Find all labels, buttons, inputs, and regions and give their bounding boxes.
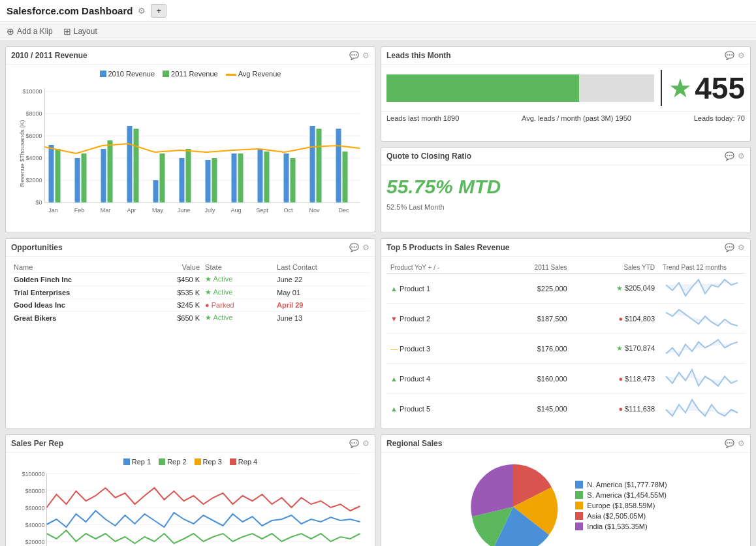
regional-title: Regional Sales (386, 439, 442, 448)
rep2-legend: Rep 2 (159, 458, 186, 466)
product-sales-ytd: ● $118,473 (571, 364, 659, 394)
svg-rect-23 (160, 153, 165, 202)
opp-widget-header: Opportunities 💬 ⚙ (6, 239, 375, 257)
top5-title: Top 5 Products in Sales Revenue (386, 243, 510, 252)
svg-rect-37 (343, 152, 348, 202)
col-name: Name (11, 262, 144, 273)
gear-icon[interactable]: ⚙ (738, 152, 745, 161)
svg-text:$2000: $2000 (25, 177, 42, 184)
quote-widget-body: 55.75% MTD 52.5% Last Month (381, 165, 750, 216)
legend-item: Asia ($2,505.05M) (575, 512, 667, 520)
svg-text:May: May (152, 207, 164, 214)
svg-rect-30 (258, 149, 263, 202)
regional-content: N. America ($1,777.78M)S. America ($1,45… (386, 458, 745, 546)
svg-text:$60000: $60000 (25, 505, 44, 511)
legend-2011: 2011 Revenue (163, 70, 218, 78)
app-title: Salesforce.com Dashboard (7, 5, 133, 16)
layout-button[interactable]: ⊞ Layout (63, 26, 97, 37)
svg-text:Revenue $Thousands (K): Revenue $Thousands (K) (19, 120, 25, 187)
sales-rep-title: Sales Per Rep (11, 439, 63, 448)
svg-text:$6000: $6000 (25, 133, 42, 139)
comment-icon[interactable]: 💬 (349, 51, 359, 60)
settings-icon[interactable]: ⚙ (138, 6, 146, 16)
product-name: ▼ Product 2 (386, 304, 494, 334)
leads-bar-area (386, 74, 654, 102)
svg-rect-14 (49, 145, 54, 202)
leads-widget-body: ★ 455 (381, 65, 750, 111)
comment-icon[interactable]: 💬 (725, 439, 734, 448)
gear-icon[interactable]: ⚙ (738, 243, 745, 252)
sales-per-rep-widget: Sales Per Rep 💬 ⚙ Rep 1 Rep 2 Rep 3 (5, 434, 375, 546)
product-sales-ytd: ★ $170,874 (571, 334, 659, 364)
plus-circle-icon: ⊕ (7, 26, 14, 37)
product-sales-ytd: ★ $205,049 (571, 274, 659, 304)
svg-text:$8000: $8000 (25, 110, 42, 117)
table-row: Golden Finch Inc $450 K ★ Active June 22 (11, 273, 370, 286)
opp-widget-body: Name Value State Last Contact Golden Fin… (6, 257, 375, 329)
comment-icon[interactable]: 💬 (349, 439, 359, 448)
comment-icon[interactable]: 💬 (725, 51, 734, 60)
app-header: Salesforce.com Dashboard ⚙ + (0, 0, 756, 22)
legend-color (575, 522, 583, 530)
svg-rect-21 (134, 129, 139, 202)
col-sales-ytd: Sales YTD (571, 262, 659, 274)
opp-value: $650 K (144, 312, 202, 325)
quote-title: Quote to Closing Ratio (386, 152, 471, 161)
legend-label: S. America ($1,454.55M) (587, 491, 667, 499)
gear-icon[interactable]: ⚙ (362, 439, 370, 448)
svg-text:$20000: $20000 (25, 539, 44, 545)
sales-rep-widget-icons: 💬 ⚙ (349, 439, 370, 448)
legend-label: Asia ($2,505.05M) (587, 512, 646, 520)
svg-rect-36 (336, 129, 341, 202)
product-sales-2011: $225,000 (494, 274, 571, 304)
revenue-title: 2010 / 2011 Revenue (11, 51, 87, 60)
table-row: Good Ideas Inc $245 K ● Parked April 29 (11, 299, 370, 312)
gear-icon[interactable]: ⚙ (362, 243, 370, 252)
rep-legend: Rep 1 Rep 2 Rep 3 Rep 4 (11, 458, 370, 466)
gear-icon[interactable]: ⚙ (738, 439, 745, 448)
table-row: ▲ Product 5 $145,000 ● $111,638 (386, 394, 745, 424)
svg-text:$80000: $80000 (25, 488, 44, 494)
quote-widget: Quote to Closing Ratio 💬 ⚙ 55.75% MTD 52… (381, 147, 751, 233)
leads-count-area: ★ 455 (669, 71, 745, 106)
product-trend (659, 334, 745, 364)
opportunities-table: Name Value State Last Contact Golden Fin… (11, 262, 370, 324)
add-tab-button[interactable]: + (151, 4, 166, 18)
dashboard: 2010 / 2011 Revenue 💬 ⚙ 2010 Revenue 201… (0, 41, 756, 546)
svg-text:Feb: Feb (74, 207, 85, 214)
add-klip-button[interactable]: ⊕ Add a Klip (7, 26, 53, 37)
svg-rect-29 (238, 153, 244, 202)
gear-icon[interactable]: ⚙ (738, 51, 745, 60)
product-name: ▲ Product 4 (386, 364, 494, 394)
comment-icon[interactable]: 💬 (725, 243, 734, 252)
svg-rect-34 (310, 126, 315, 202)
comment-icon[interactable]: 💬 (725, 152, 734, 161)
legend-label: India ($1,535.35M) (587, 522, 647, 530)
leads-divider (661, 70, 662, 106)
grid-icon: ⊞ (63, 26, 71, 37)
sales-rep-widget-header: Sales Per Rep 💬 ⚙ (6, 435, 375, 453)
table-row: ▼ Product 2 $187,500 ● $104,803 (386, 304, 745, 334)
opp-name: Good Ideas Inc (11, 299, 144, 312)
leads-bar-bg (386, 74, 654, 102)
svg-rect-33 (291, 158, 296, 202)
product-trend (659, 304, 745, 334)
sales-rep-chart-svg: $100000 $80000 $60000 $40000 $20000 $0 $… (11, 468, 370, 546)
svg-text:Aug: Aug (230, 207, 241, 214)
svg-text:$100000: $100000 (22, 471, 44, 477)
sales-rep-widget-body: Rep 1 Rep 2 Rep 3 Rep 4 $100000 $80 (6, 453, 375, 546)
leads-avg: Avg. leads / month (past 3M) 1950 (522, 114, 631, 122)
svg-text:$40000: $40000 (25, 522, 44, 528)
opp-last-contact: May 01 (274, 286, 370, 299)
top5-widget-icons: 💬 ⚙ (725, 243, 745, 252)
svg-text:Mar: Mar (101, 207, 111, 214)
quote-value: 55.75% MTD (386, 170, 745, 203)
svg-rect-19 (108, 140, 113, 202)
product-name: ▲ Product 1 (386, 274, 494, 304)
comment-icon[interactable]: 💬 (349, 243, 359, 252)
product-sales-2011: $187,500 (494, 304, 571, 334)
opp-value: $535 K (144, 286, 202, 299)
leads-last-month: Leads last month 1890 (386, 114, 459, 122)
legend-dot-2011 (163, 71, 169, 77)
gear-icon[interactable]: ⚙ (362, 51, 370, 60)
